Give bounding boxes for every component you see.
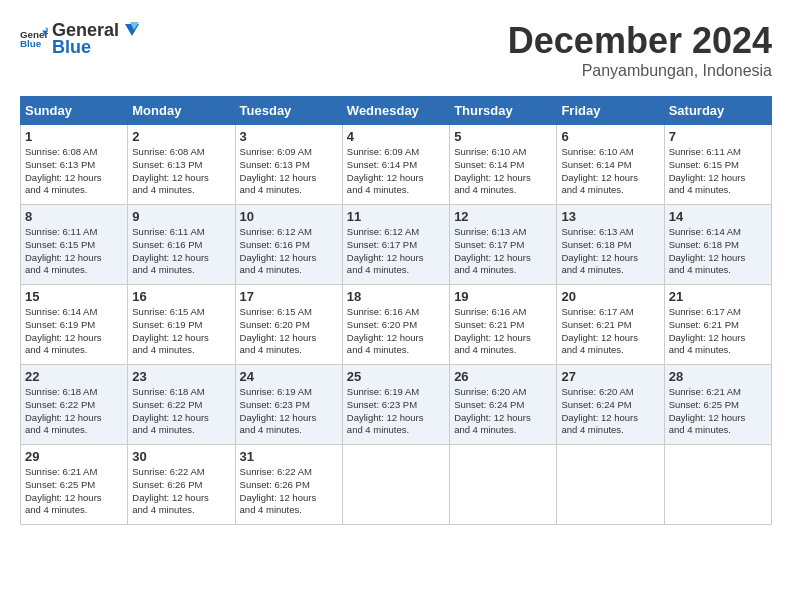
logo: General Blue General Blue [20, 20, 139, 58]
day-number: 16 [132, 289, 230, 304]
day-number: 4 [347, 129, 445, 144]
calendar-cell: 16Sunrise: 6:15 AMSunset: 6:19 PMDayligh… [128, 285, 235, 365]
calendar-cell: 9Sunrise: 6:11 AMSunset: 6:16 PMDaylight… [128, 205, 235, 285]
calendar-header-friday: Friday [557, 97, 664, 125]
day-number: 7 [669, 129, 767, 144]
logo-icon: General Blue [20, 25, 48, 53]
calendar-cell: 30Sunrise: 6:22 AMSunset: 6:26 PMDayligh… [128, 445, 235, 525]
calendar-cell: 3Sunrise: 6:09 AMSunset: 6:13 PMDaylight… [235, 125, 342, 205]
calendar-cell: 27Sunrise: 6:20 AMSunset: 6:24 PMDayligh… [557, 365, 664, 445]
day-info: Sunrise: 6:08 AMSunset: 6:13 PMDaylight:… [25, 146, 123, 197]
day-info: Sunrise: 6:14 AMSunset: 6:19 PMDaylight:… [25, 306, 123, 357]
day-info: Sunrise: 6:09 AMSunset: 6:13 PMDaylight:… [240, 146, 338, 197]
day-number: 18 [347, 289, 445, 304]
day-number: 12 [454, 209, 552, 224]
day-info: Sunrise: 6:19 AMSunset: 6:23 PMDaylight:… [347, 386, 445, 437]
day-info: Sunrise: 6:13 AMSunset: 6:17 PMDaylight:… [454, 226, 552, 277]
calendar-week-3: 15Sunrise: 6:14 AMSunset: 6:19 PMDayligh… [21, 285, 772, 365]
day-info: Sunrise: 6:13 AMSunset: 6:18 PMDaylight:… [561, 226, 659, 277]
day-info: Sunrise: 6:18 AMSunset: 6:22 PMDaylight:… [132, 386, 230, 437]
day-number: 26 [454, 369, 552, 384]
calendar-cell: 23Sunrise: 6:18 AMSunset: 6:22 PMDayligh… [128, 365, 235, 445]
day-info: Sunrise: 6:20 AMSunset: 6:24 PMDaylight:… [561, 386, 659, 437]
day-number: 2 [132, 129, 230, 144]
day-info: Sunrise: 6:11 AMSunset: 6:16 PMDaylight:… [132, 226, 230, 277]
calendar-cell: 13Sunrise: 6:13 AMSunset: 6:18 PMDayligh… [557, 205, 664, 285]
day-info: Sunrise: 6:19 AMSunset: 6:23 PMDaylight:… [240, 386, 338, 437]
calendar-cell: 17Sunrise: 6:15 AMSunset: 6:20 PMDayligh… [235, 285, 342, 365]
svg-text:Blue: Blue [20, 38, 42, 49]
title-area: December 2024 Panyambungan, Indonesia [508, 20, 772, 80]
calendar-table: SundayMondayTuesdayWednesdayThursdayFrid… [20, 96, 772, 525]
day-number: 24 [240, 369, 338, 384]
day-info: Sunrise: 6:21 AMSunset: 6:25 PMDaylight:… [669, 386, 767, 437]
calendar-cell: 28Sunrise: 6:21 AMSunset: 6:25 PMDayligh… [664, 365, 771, 445]
calendar-cell: 6Sunrise: 6:10 AMSunset: 6:14 PMDaylight… [557, 125, 664, 205]
day-number: 13 [561, 209, 659, 224]
day-info: Sunrise: 6:14 AMSunset: 6:18 PMDaylight:… [669, 226, 767, 277]
day-info: Sunrise: 6:20 AMSunset: 6:24 PMDaylight:… [454, 386, 552, 437]
day-number: 11 [347, 209, 445, 224]
calendar-week-4: 22Sunrise: 6:18 AMSunset: 6:22 PMDayligh… [21, 365, 772, 445]
calendar-week-1: 1Sunrise: 6:08 AMSunset: 6:13 PMDaylight… [21, 125, 772, 205]
day-number: 9 [132, 209, 230, 224]
day-number: 8 [25, 209, 123, 224]
calendar-cell [450, 445, 557, 525]
calendar-header-tuesday: Tuesday [235, 97, 342, 125]
calendar-cell [664, 445, 771, 525]
day-number: 3 [240, 129, 338, 144]
calendar-cell: 2Sunrise: 6:08 AMSunset: 6:13 PMDaylight… [128, 125, 235, 205]
calendar-cell [342, 445, 449, 525]
calendar-cell: 18Sunrise: 6:16 AMSunset: 6:20 PMDayligh… [342, 285, 449, 365]
day-info: Sunrise: 6:21 AMSunset: 6:25 PMDaylight:… [25, 466, 123, 517]
day-info: Sunrise: 6:12 AMSunset: 6:17 PMDaylight:… [347, 226, 445, 277]
day-info: Sunrise: 6:10 AMSunset: 6:14 PMDaylight:… [561, 146, 659, 197]
day-info: Sunrise: 6:11 AMSunset: 6:15 PMDaylight:… [669, 146, 767, 197]
day-info: Sunrise: 6:11 AMSunset: 6:15 PMDaylight:… [25, 226, 123, 277]
day-number: 28 [669, 369, 767, 384]
calendar-header-saturday: Saturday [664, 97, 771, 125]
calendar-cell: 19Sunrise: 6:16 AMSunset: 6:21 PMDayligh… [450, 285, 557, 365]
month-title: December 2024 [508, 20, 772, 62]
calendar-cell: 31Sunrise: 6:22 AMSunset: 6:26 PMDayligh… [235, 445, 342, 525]
day-number: 1 [25, 129, 123, 144]
day-number: 29 [25, 449, 123, 464]
day-info: Sunrise: 6:16 AMSunset: 6:21 PMDaylight:… [454, 306, 552, 357]
day-number: 5 [454, 129, 552, 144]
day-info: Sunrise: 6:09 AMSunset: 6:14 PMDaylight:… [347, 146, 445, 197]
calendar-week-5: 29Sunrise: 6:21 AMSunset: 6:25 PMDayligh… [21, 445, 772, 525]
day-number: 22 [25, 369, 123, 384]
calendar-cell: 15Sunrise: 6:14 AMSunset: 6:19 PMDayligh… [21, 285, 128, 365]
location-title: Panyambungan, Indonesia [508, 62, 772, 80]
day-number: 15 [25, 289, 123, 304]
day-number: 25 [347, 369, 445, 384]
calendar-cell: 25Sunrise: 6:19 AMSunset: 6:23 PMDayligh… [342, 365, 449, 445]
day-number: 23 [132, 369, 230, 384]
calendar-cell: 21Sunrise: 6:17 AMSunset: 6:21 PMDayligh… [664, 285, 771, 365]
header: General Blue General Blue December 2024 … [20, 20, 772, 80]
calendar-cell: 5Sunrise: 6:10 AMSunset: 6:14 PMDaylight… [450, 125, 557, 205]
calendar-header-sunday: Sunday [21, 97, 128, 125]
calendar-cell: 20Sunrise: 6:17 AMSunset: 6:21 PMDayligh… [557, 285, 664, 365]
day-info: Sunrise: 6:10 AMSunset: 6:14 PMDaylight:… [454, 146, 552, 197]
day-number: 30 [132, 449, 230, 464]
calendar-header-row: SundayMondayTuesdayWednesdayThursdayFrid… [21, 97, 772, 125]
day-info: Sunrise: 6:08 AMSunset: 6:13 PMDaylight:… [132, 146, 230, 197]
calendar-week-2: 8Sunrise: 6:11 AMSunset: 6:15 PMDaylight… [21, 205, 772, 285]
calendar-cell: 7Sunrise: 6:11 AMSunset: 6:15 PMDaylight… [664, 125, 771, 205]
calendar-cell: 29Sunrise: 6:21 AMSunset: 6:25 PMDayligh… [21, 445, 128, 525]
calendar-header-thursday: Thursday [450, 97, 557, 125]
calendar-cell: 12Sunrise: 6:13 AMSunset: 6:17 PMDayligh… [450, 205, 557, 285]
day-info: Sunrise: 6:18 AMSunset: 6:22 PMDaylight:… [25, 386, 123, 437]
day-info: Sunrise: 6:17 AMSunset: 6:21 PMDaylight:… [669, 306, 767, 357]
calendar-cell: 11Sunrise: 6:12 AMSunset: 6:17 PMDayligh… [342, 205, 449, 285]
calendar-body: 1Sunrise: 6:08 AMSunset: 6:13 PMDaylight… [21, 125, 772, 525]
day-number: 21 [669, 289, 767, 304]
day-number: 10 [240, 209, 338, 224]
day-number: 27 [561, 369, 659, 384]
day-info: Sunrise: 6:17 AMSunset: 6:21 PMDaylight:… [561, 306, 659, 357]
day-number: 19 [454, 289, 552, 304]
day-info: Sunrise: 6:15 AMSunset: 6:20 PMDaylight:… [240, 306, 338, 357]
day-number: 31 [240, 449, 338, 464]
calendar-cell: 26Sunrise: 6:20 AMSunset: 6:24 PMDayligh… [450, 365, 557, 445]
